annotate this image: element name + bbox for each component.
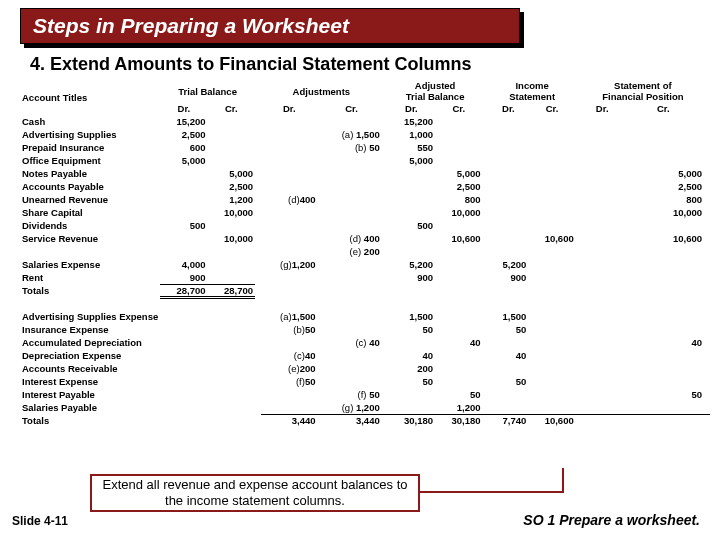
table-row: Salaries Payable(g) 1,2001,200	[20, 401, 710, 414]
banner-title: Steps in Preparing a Worksheet	[33, 14, 349, 38]
account-title: Service Revenue	[20, 232, 160, 245]
account-title: Interest Payable	[20, 388, 160, 401]
account-title: Prepaid Insurance	[20, 141, 160, 154]
cr-header: Cr.	[321, 102, 381, 115]
table-row: Unearned Revenue1,200(d)400800800	[20, 193, 710, 206]
dr-header: Dr.	[582, 102, 623, 115]
table-row: Dividends500500	[20, 219, 710, 232]
table-row: Accounts Receivable(e)200200	[20, 362, 710, 375]
acct-header: Account Titles	[20, 80, 160, 115]
table-row: Advertising Supplies2,500(a) 1,5001,000	[20, 128, 710, 141]
account-title: Cash	[20, 115, 160, 128]
banner-main: Steps in Preparing a Worksheet	[20, 8, 520, 44]
callout-arrow-vertical	[562, 468, 564, 493]
worksheet-grid: Account TitlesTrial BalanceAdjustmentsAd…	[20, 80, 710, 427]
table-row: Totals28,70028,700	[20, 284, 710, 297]
account-title: Share Capital	[20, 206, 160, 219]
account-title: Dividends	[20, 219, 160, 232]
table-row: Advertising Supplies Expense(a)1,5001,50…	[20, 310, 710, 323]
table-row: Totals3,4403,44030,18030,1807,74010,600	[20, 414, 710, 427]
account-title: Accumulated Depreciation	[20, 336, 160, 349]
account-title: Notes Payable	[20, 167, 160, 180]
dr-header: Dr.	[388, 102, 435, 115]
callout-arrow-horizontal	[420, 491, 562, 493]
col-group: Adjustments	[261, 80, 382, 102]
callout-text: Extend all revenue and expense account b…	[92, 477, 418, 508]
account-title: Rent	[20, 271, 160, 284]
dr-header: Dr.	[261, 102, 317, 115]
account-title: Totals	[20, 284, 160, 297]
cr-header: Cr.	[623, 102, 704, 115]
table-row: Service Revenue10,000(d) 40010,60010,600…	[20, 232, 710, 245]
table-row: Interest Payable(f) 505050	[20, 388, 710, 401]
slide-number: Slide 4-11	[12, 514, 68, 528]
account-title: Advertising Supplies Expense	[20, 310, 160, 323]
footer-right: SO 1 Prepare a worksheet.	[523, 512, 700, 528]
account-title: Advertising Supplies	[20, 128, 160, 141]
account-title: Office Equipment	[20, 154, 160, 167]
dr-header: Dr.	[160, 102, 207, 115]
table-row: Depreciation Expense(c)404040	[20, 349, 710, 362]
account-title: Depreciation Expense	[20, 349, 160, 362]
col-group: Trial Balance	[160, 80, 255, 102]
table-row: Rent900900900	[20, 271, 710, 284]
table-row: Notes Payable5,0005,0005,000	[20, 167, 710, 180]
table-row: Cash15,20015,200	[20, 115, 710, 128]
subheading: 4. Extend Amounts to Financial Statement…	[30, 54, 471, 75]
table-row: (e) 200	[20, 245, 710, 258]
callout-box: Extend all revenue and expense account b…	[90, 474, 420, 512]
table-row: Office Equipment5,0005,000	[20, 154, 710, 167]
account-title: Insurance Expense	[20, 323, 160, 336]
account-title: Interest Expense	[20, 375, 160, 388]
account-title: Unearned Revenue	[20, 193, 160, 206]
col-group: Statement ofFinancial Position	[582, 80, 704, 102]
table-row: Interest Expense(f)505050	[20, 375, 710, 388]
account-title: Salaries Expense	[20, 258, 160, 271]
col-group: AdjustedTrial Balance	[388, 80, 483, 102]
account-title: Totals	[20, 414, 160, 427]
cr-header: Cr.	[208, 102, 255, 115]
table-row: Insurance Expense(b)505050	[20, 323, 710, 336]
table-row: Share Capital10,00010,00010,000	[20, 206, 710, 219]
cr-header: Cr.	[435, 102, 482, 115]
account-title: Accounts Payable	[20, 180, 160, 193]
account-title: Accounts Receivable	[20, 362, 160, 375]
worksheet-table: Account TitlesTrial BalanceAdjustmentsAd…	[20, 80, 710, 427]
account-title	[20, 245, 160, 258]
table-row: Accumulated Depreciation(c) 404040	[20, 336, 710, 349]
title-banner: Steps in Preparing a Worksheet	[20, 8, 520, 44]
dr-header: Dr.	[489, 102, 529, 115]
table-row: Salaries Expense4,000(g)1,2005,2005,200	[20, 258, 710, 271]
table-row: Accounts Payable2,5002,5002,500	[20, 180, 710, 193]
cr-header: Cr.	[528, 102, 575, 115]
col-group: IncomeStatement	[489, 80, 576, 102]
table-row: Prepaid Insurance600(b) 50550	[20, 141, 710, 154]
account-title: Salaries Payable	[20, 401, 160, 414]
